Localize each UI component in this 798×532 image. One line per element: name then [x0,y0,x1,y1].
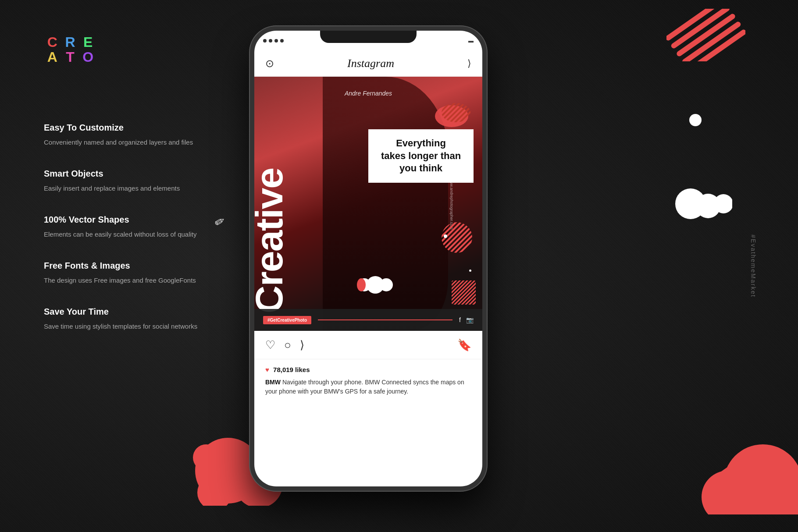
status-dot-3 [274,39,278,43]
status-dot-1 [263,39,267,43]
comment-icon[interactable]: ○ [284,338,291,352]
phone-side-btn-right [486,136,487,180]
feature-item-4: Free Fonts & Images The design uses Free… [44,261,228,286]
caption-username: BMW [265,379,281,386]
phone-side-btn-left2 [250,149,251,184]
status-dot-2 [269,39,272,43]
feature-item-3: 100% Vector Shapes Elements can be easil… [44,215,228,240]
svg-rect-30 [364,280,386,289]
insta-actions-bar: ♡ ○ ⟩ 🔖 [254,331,482,359]
heart-icon[interactable]: ♡ [265,338,275,352]
feature-title-4: Free Fonts & Images [44,261,228,271]
phone-outer: ▬ ⊙ Instagram ⟩ [250,26,487,491]
feature-desc-4: The design uses Free images and free Goo… [44,275,228,286]
feature-desc-1: Conveniently named and organized layers … [44,137,228,148]
post-caption: BMW Navigate through your phone. BMW Con… [265,378,471,396]
deco-blob-white [675,184,732,223]
status-right: ▬ [468,38,474,44]
feature-desc-2: Easily insert and replace images and ele… [44,183,228,194]
quote-text-2: takes longer than [378,150,464,163]
feature-title-2: Smart Objects [44,169,228,179]
feature-title-3: 100% Vector Shapes [44,215,228,225]
logo-letter-r: R [62,35,79,49]
creative-text: Creative [254,94,289,313]
logo-letter-e: E [79,35,96,49]
svg-rect-8 [691,197,723,210]
instagram-icon: 📷 [466,316,474,323]
likes-count: ♥ 78,019 likes [265,366,471,373]
post-info: ♥ 78,019 likes BMW Navigate through your… [254,359,482,403]
features-list: Easy To Customize Conveniently named and… [44,123,228,353]
status-dots [263,39,284,43]
phone-side-btn-left [250,118,251,140]
bookmark-icon[interactable]: 🔖 [457,338,471,352]
action-icons-left: ♡ ○ ⟩ [265,338,457,352]
deco-blob-red-right [684,427,798,514]
caption-text: Navigate through your phone. BMW Connect… [265,379,464,395]
instagram-title: Instagram [347,57,394,70]
feature-item-5: Save Your Time Save time using stylish t… [44,307,228,332]
post-image: Creative Andre Fernandes www.andrephotog… [254,77,482,331]
post-author: Andre Fernandes [345,90,392,97]
white-dot-1 [444,234,447,238]
feature-item-1: Easy To Customize Conveniently named and… [44,123,228,148]
facebook-icon: f [459,316,461,323]
feature-desc-5: Save time using stylish templates for so… [44,321,228,332]
logo-letter-t: T [62,50,79,64]
logo-letter-a: A [44,50,61,64]
phone-mockup: ▬ ⊙ Instagram ⟩ [232,26,504,508]
logo-letter-o: O [79,50,96,64]
hashtag-badge: #GetCreativePhoto [263,316,311,324]
white-dot-2 [469,270,471,272]
status-dot-4 [280,39,284,43]
feature-title-1: Easy To Customize [44,123,228,133]
instagram-header: ⊙ Instagram ⟩ [254,50,482,77]
battery-icon: ▬ [468,38,474,44]
deco-lines-top-right [666,9,745,61]
feature-item-2: Smart Objects Easily insert and replace … [44,169,228,194]
post-bottom-bar: #GetCreativePhoto f 📷 [254,309,482,331]
feature-title-5: Save Your Time [44,307,228,317]
logo-letter-c: C [44,35,61,49]
quote-text-3: you think [378,162,464,175]
social-icons: f 📷 [459,316,474,323]
share-icon[interactable]: ⟩ [300,338,304,352]
instagram-content: Creative Andre Fernandes www.andrephotog… [254,77,482,486]
logo: C R E A T O [44,35,96,64]
phone-notch [320,31,417,43]
page-container: C R E A T O #EvathemeMarket ✏ [0,0,798,532]
feature-desc-3: Elements can be easily scaled without lo… [44,229,228,240]
quote-text-1: Everything [378,137,464,150]
deco-white-circle [689,114,702,126]
heart-filled-icon: ♥ [265,366,269,373]
quote-box: Everything takes longer than you think [368,129,474,183]
send-icon[interactable]: ⟩ [467,58,471,69]
camera-icon[interactable]: ⊙ [265,57,274,70]
vertical-hashtag: #EvathemeMarket [750,234,757,298]
post-line [318,319,452,320]
svg-rect-32 [452,280,476,305]
svg-rect-21 [728,475,798,514]
